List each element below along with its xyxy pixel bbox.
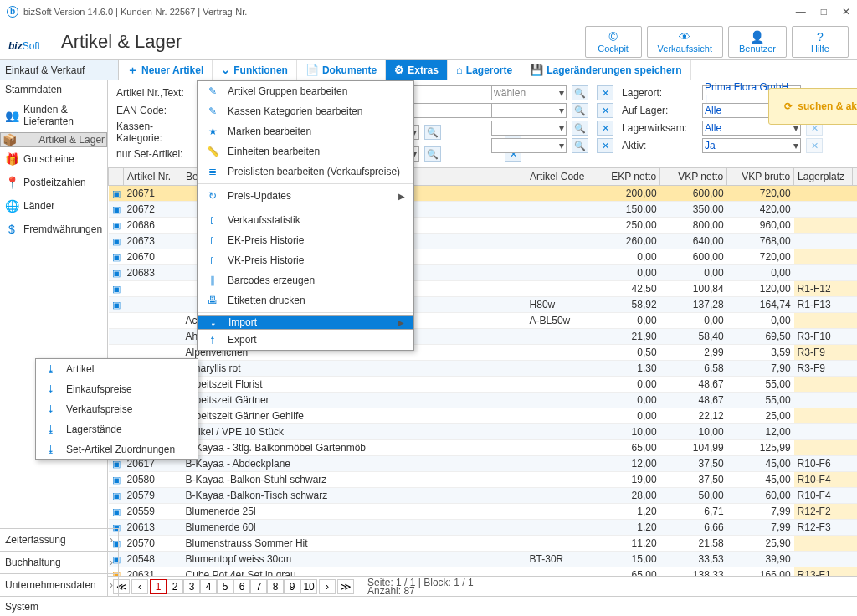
header-button-hilfe[interactable]: ?Hilfe bbox=[792, 26, 849, 58]
menu-item[interactable]: ∥Barcodes erzeugen bbox=[198, 270, 413, 290]
column-header[interactable]: VKP brutto bbox=[727, 168, 794, 186]
minimize-icon[interactable]: — bbox=[796, 6, 806, 18]
table-row[interactable]: ▣ 20633 Arbeitszeit Gärtner Gehilfe 0,00… bbox=[109, 408, 857, 424]
filter-label: Artikel Nr.,Text: bbox=[116, 87, 192, 99]
header-button-cockpit[interactable]: ©Cockpit bbox=[585, 26, 642, 58]
table-row[interactable]: ▣ 20631 Cube Pot 4er Set in grau 65,00 1… bbox=[109, 567, 857, 577]
menu-item[interactable]: ✎Artikel Gruppen bearbeiten bbox=[198, 81, 413, 101]
pager-prev[interactable]: ‹ bbox=[131, 579, 148, 594]
sidebar-item[interactable]: 👥Kunden & Lieferanten bbox=[0, 99, 107, 132]
table-row[interactable]: ▣ 20559 Blumenerde 25l 1,20 6,71 7,99 R1… bbox=[109, 504, 857, 520]
sidebar-section[interactable]: Unternehmensdaten› bbox=[0, 573, 118, 596]
pager-page[interactable]: 2 bbox=[167, 579, 183, 594]
column-header[interactable] bbox=[109, 168, 124, 186]
app-icon: b bbox=[7, 6, 18, 18]
menu-item[interactable]: ⭱Export bbox=[198, 330, 413, 350]
column-header[interactable]: Auf Lager bbox=[853, 168, 857, 186]
toolbar-dokumente[interactable]: 📄Dokumente bbox=[297, 60, 386, 80]
menu-item[interactable]: ↻Preis-Updates▶ bbox=[198, 186, 413, 206]
pager-page[interactable]: 10 bbox=[300, 579, 317, 594]
toolbar-lageränderungen-speichern[interactable]: 💾Lageränderungen speichern bbox=[521, 60, 690, 80]
menu-item[interactable]: 📏Einheiten bearbeiten bbox=[198, 141, 413, 162]
pager-next[interactable]: › bbox=[319, 579, 336, 594]
column-header[interactable]: VKP netto bbox=[660, 168, 727, 186]
pager-page[interactable]: 4 bbox=[200, 579, 217, 594]
search-button[interactable]: ⟳suchen & aktualisieren bbox=[768, 88, 857, 125]
table-row[interactable]: ▣ 20580 B-Kayaa -Balkon-Stuhl schwarz 19… bbox=[109, 472, 857, 488]
column-header[interactable]: Lagerplatz bbox=[794, 168, 853, 186]
sidebar-item[interactable]: 📦Artikel & Lager bbox=[0, 132, 107, 147]
status-text: System bbox=[5, 601, 38, 613]
column-header[interactable]: EKP netto bbox=[593, 168, 660, 186]
sidebar-item[interactable]: 🎁Gutscheine bbox=[0, 147, 107, 171]
sidebar-section[interactable]: Buchhaltung› bbox=[0, 551, 118, 573]
menu-item[interactable]: ★Marken bearbeiten bbox=[198, 121, 413, 141]
menu-item[interactable]: ⫿Verkaufsstatistik bbox=[198, 210, 413, 230]
submenu-item[interactable]: ⭳Artikel bbox=[36, 359, 198, 379]
sidebar-item[interactable]: 🌐Länder bbox=[0, 194, 107, 218]
menu-item[interactable]: ⫿VK-Preis Historie bbox=[198, 250, 413, 270]
submenu-item[interactable]: ⭳Lagerstände bbox=[36, 419, 198, 439]
table-row[interactable]: ▣ 20563 Arbeitszeit Florist 0,00 48,67 5… bbox=[109, 377, 857, 393]
table-row[interactable]: ▣ 20578 B-Kayaa - 3tlg. Balkonmöbel Gart… bbox=[109, 440, 857, 456]
pager-page[interactable]: 6 bbox=[233, 579, 250, 594]
submenu-item[interactable]: ⭳Verkaufspreise bbox=[36, 399, 198, 419]
toolbar-section-label: Einkauf & Verkauf bbox=[0, 60, 119, 80]
header-button-verkaufssicht[interactable]: 👁Verkaufssicht bbox=[647, 26, 723, 58]
pager-page[interactable]: 8 bbox=[267, 579, 284, 594]
close-icon[interactable]: ✕ bbox=[842, 6, 850, 18]
menu-item[interactable]: ≣Preislisten bearbeiten (Verkaufspreise) bbox=[198, 162, 413, 182]
sidebar-section[interactable]: Zeiterfassung› bbox=[0, 528, 118, 551]
table-row[interactable]: ▣ 20570 Blumenstrauss Sommer Hit 11,20 2… bbox=[109, 536, 857, 552]
window-title: bizSoft Version 14.6.0 | Kunden-Nr. 2256… bbox=[23, 7, 247, 17]
column-header[interactable]: Artikel Nr. bbox=[124, 168, 182, 186]
submenu-item[interactable]: ⭳Set-Artikel Zuordnungen bbox=[36, 439, 198, 459]
column-header[interactable]: Artikel Code bbox=[526, 168, 593, 186]
refresh-icon: ⟳ bbox=[784, 100, 793, 112]
table-row[interactable]: ▣ 20617 B-Kayaa - Abdeckplane 12,00 37,5… bbox=[109, 456, 857, 472]
maximize-icon[interactable]: □ bbox=[821, 6, 827, 18]
toolbar-lagerorte[interactable]: ⌂Lagerorte bbox=[448, 60, 521, 80]
pager-last[interactable]: ≫ bbox=[337, 579, 354, 594]
pager-page[interactable]: 7 bbox=[250, 579, 267, 594]
table-row[interactable]: ▣ 20652 Artikel / VPE 10 Stück 10,00 10,… bbox=[109, 424, 857, 440]
toolbar-extras[interactable]: ⚙Extras bbox=[386, 60, 448, 80]
table-row[interactable]: ▣ 20579 B-Kayaa -Balkon-Tisch schwarz 28… bbox=[109, 488, 857, 504]
table-row[interactable]: ▣ 20613 Blumenerde 60l 1,20 6,66 7,99 R1… bbox=[109, 520, 857, 536]
sidebar-heading: Stammdaten bbox=[0, 80, 107, 99]
pager-page[interactable]: 1 bbox=[150, 579, 167, 594]
import-submenu: ⭳Artikel⭳Einkaufspreise⭳Verkaufspreise⭳L… bbox=[35, 358, 198, 460]
submenu-item[interactable]: ⭳Einkaufspreise bbox=[36, 379, 198, 399]
menu-item[interactable]: 🖶Etiketten drucken bbox=[198, 290, 413, 311]
table-row[interactable]: ▣ 20548 Blumentopf weiss 30cm BT-30R 15,… bbox=[109, 552, 857, 567]
pager-page[interactable]: 3 bbox=[183, 579, 200, 594]
toolbar-funktionen[interactable]: ⌄Funktionen bbox=[213, 60, 297, 80]
table-row[interactable]: ▣ 20555 Amaryllis rot 1,30 6,58 7,90 R3-… bbox=[109, 361, 857, 377]
page-title: Artikel & Lager bbox=[61, 31, 182, 53]
extras-menu: ✎Artikel Gruppen bearbeiten✎Kassen Kateg… bbox=[197, 80, 414, 351]
sidebar-item[interactable]: $Fremdwährungen bbox=[0, 218, 107, 241]
menu-item[interactable]: ✎Kassen Kategorien bearbeiten bbox=[198, 101, 413, 121]
logo: bizSoft bbox=[8, 28, 40, 55]
menu-item[interactable]: ⫿EK-Preis Historie bbox=[198, 230, 413, 250]
menu-item[interactable]: ⭳Import▶ bbox=[198, 315, 413, 330]
pager-page[interactable]: 5 bbox=[217, 579, 233, 594]
sidebar-item[interactable]: 📍Postleitzahlen bbox=[0, 171, 107, 194]
header-button-benutzer[interactable]: 👤Benutzer bbox=[728, 26, 787, 58]
table-row[interactable]: ▣ 20562 Arbeitszeit Gärtner 0,00 48,67 5… bbox=[109, 393, 857, 408]
toolbar-neuer-artikel[interactable]: ＋Neuer Artikel bbox=[119, 60, 213, 80]
pager-page[interactable]: 9 bbox=[284, 579, 300, 594]
